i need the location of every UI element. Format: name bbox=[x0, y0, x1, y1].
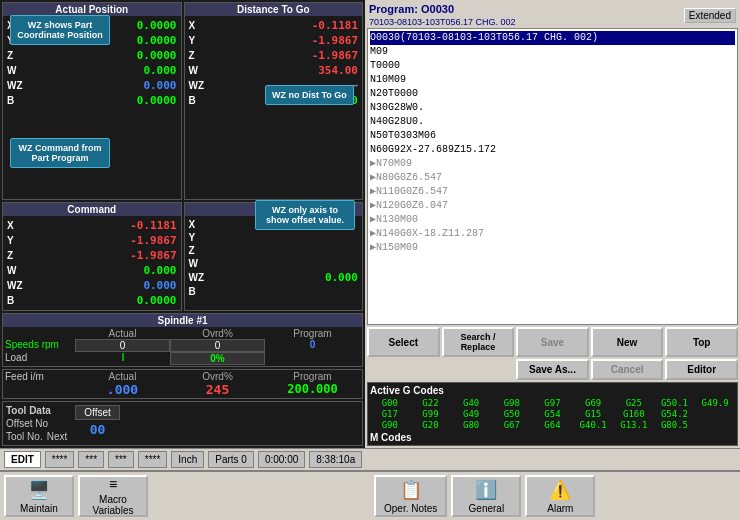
program-line-12[interactable]: ▶N120G0Z6.047 bbox=[370, 199, 735, 213]
axis-value: -1.9867 bbox=[209, 49, 359, 62]
axis-row-b-cmd: B 0.0000 bbox=[7, 293, 177, 308]
tool-next-label: Next bbox=[47, 431, 68, 442]
program-line-8[interactable]: N60G92X-27.689Z15.172 bbox=[370, 143, 735, 157]
macro-label: MacroVariables bbox=[93, 494, 134, 516]
axis-label: B bbox=[7, 295, 27, 306]
axis-row-z-actual: Z 0.0000 bbox=[7, 48, 177, 63]
alarm-label: Alarm bbox=[547, 503, 573, 514]
program-display[interactable]: O0030(70103-08103-103T056.17 CHG. 002) M… bbox=[367, 28, 738, 325]
axis-label: Y bbox=[189, 232, 209, 243]
axis-row-wz-offset: WZ 0.000 bbox=[189, 270, 359, 285]
save-button[interactable]: Save bbox=[516, 327, 589, 357]
gcode: G40 bbox=[451, 398, 491, 408]
tool-no-value: 00 bbox=[75, 422, 120, 437]
axis-row-wz-cmd: WZ 0.000 bbox=[7, 278, 177, 293]
callout-wz-shows-part: WZ shows Part Coordinate Position bbox=[10, 15, 110, 45]
feed-label: Feed i/m bbox=[5, 371, 75, 382]
axis-label: Z bbox=[189, 245, 209, 256]
empty-cell bbox=[367, 359, 440, 380]
program-title-area: Program: O0030 70103-08103-103T056.17 CH… bbox=[369, 3, 516, 27]
spindle-speeds-actual: 0 bbox=[75, 339, 170, 352]
program-line-11[interactable]: ▶N110G0Z6.547 bbox=[370, 185, 735, 199]
axis-label: B bbox=[189, 286, 209, 297]
program-line-15[interactable]: ▶N150M09 bbox=[370, 241, 735, 255]
axis-value: 0.000 bbox=[209, 271, 359, 284]
status-edit[interactable]: EDIT bbox=[4, 451, 41, 468]
status-item-1[interactable]: **** bbox=[45, 451, 75, 468]
gcode: G98 bbox=[492, 398, 532, 408]
callout-wz-command: WZ Command from Part Program bbox=[10, 138, 110, 168]
gcode: G50 bbox=[492, 409, 532, 419]
select-button[interactable]: Select bbox=[367, 327, 440, 357]
status-parts[interactable]: Parts 0 bbox=[208, 451, 254, 468]
macro-variables-button[interactable]: ≡ MacroVariables bbox=[78, 475, 148, 517]
program-line-10[interactable]: ▶N80G0Z6.547 bbox=[370, 171, 735, 185]
top-button[interactable]: Top bbox=[665, 327, 738, 357]
axis-label: Z bbox=[7, 250, 27, 261]
program-line-14[interactable]: ▶N140G0X-18.Z11.287 bbox=[370, 227, 735, 241]
search-replace-button[interactable]: Search /Replace bbox=[442, 327, 515, 357]
callout-wz-only-axis: WZ only axis to show offset value. bbox=[255, 200, 355, 230]
program-line-13[interactable]: ▶N130M00 bbox=[370, 213, 735, 227]
general-icon: ℹ️ bbox=[475, 479, 497, 501]
gcode: G13.1 bbox=[614, 420, 654, 430]
axis-row-x-dtg: X -0.1181 bbox=[189, 18, 359, 33]
feed-actual: .000 bbox=[75, 382, 170, 397]
axis-value: 0.0000 bbox=[27, 49, 177, 62]
alarm-button[interactable]: ⚠️ Alarm bbox=[525, 475, 595, 517]
program-line-0[interactable]: O0030(70103-08103-103T056.17 CHG. 002) bbox=[370, 31, 735, 45]
status-item-2[interactable]: *** bbox=[78, 451, 104, 468]
gcode: G99 bbox=[411, 409, 451, 419]
program-line-7[interactable]: N50T0303M06 bbox=[370, 129, 735, 143]
axis-label: B bbox=[189, 95, 209, 106]
extended-button[interactable]: Extended bbox=[684, 8, 736, 23]
maintain-label: Maintain bbox=[20, 503, 58, 514]
axis-value: -0.1181 bbox=[27, 219, 177, 232]
gcode: G49 bbox=[451, 409, 491, 419]
feed-section: Feed i/m Actual Ovrd% Program .000 245 2… bbox=[2, 369, 363, 399]
action-buttons: Select Search /Replace Save New Top Save… bbox=[367, 327, 738, 380]
axis-row-z-dtg: Z -1.9867 bbox=[189, 48, 359, 63]
macro-icon: ≡ bbox=[109, 476, 117, 492]
spindle-speeds-program: 0 bbox=[265, 339, 360, 352]
tool-data-left: Tool Data Offset No Tool No. Next bbox=[6, 405, 67, 442]
gcode: G00 bbox=[370, 398, 410, 408]
axis-value: -0.1181 bbox=[209, 19, 359, 32]
program-line-4[interactable]: N20T0000 bbox=[370, 87, 735, 101]
editor-button[interactable]: Editor bbox=[665, 359, 738, 380]
program-line-1[interactable]: M09 bbox=[370, 45, 735, 59]
status-item-3[interactable]: *** bbox=[108, 451, 134, 468]
axis-value: 0.000 bbox=[27, 64, 177, 77]
axis-row-z-cmd: Z -1.9867 bbox=[7, 248, 177, 263]
oper-notes-button[interactable]: 📋 Oper. Notes bbox=[374, 475, 447, 517]
status-time: 8:38:10a bbox=[309, 451, 362, 468]
content-area: Actual Position X 0.0000 Y 0.0000 Z 0.00 bbox=[0, 0, 740, 448]
axis-row-y-cmd: Y -1.9867 bbox=[7, 233, 177, 248]
save-as-button[interactable]: Save As... bbox=[516, 359, 589, 380]
axis-label: X bbox=[189, 219, 209, 230]
gcode: G69 bbox=[573, 398, 613, 408]
gcode: G80 bbox=[451, 420, 491, 430]
axis-label: W bbox=[7, 65, 27, 76]
cancel-button[interactable]: Cancel bbox=[591, 359, 664, 380]
program-line-5[interactable]: N30G28W0. bbox=[370, 101, 735, 115]
spindle-load-ovrd: 0% bbox=[170, 352, 265, 365]
offset-btn[interactable]: Offset bbox=[75, 405, 120, 420]
status-item-4[interactable]: **** bbox=[138, 451, 168, 468]
axis-value: 0.000 bbox=[27, 279, 177, 292]
axis-label: W bbox=[189, 65, 209, 76]
axis-row-b-offset: B bbox=[189, 285, 359, 298]
program-line-3[interactable]: N10M09 bbox=[370, 73, 735, 87]
offset-no-label: Offset No bbox=[6, 418, 48, 429]
gcodes-section: Active G Codes G00 G22 G40 G98 G97 G69 G… bbox=[367, 382, 738, 446]
general-button[interactable]: ℹ️ General bbox=[451, 475, 521, 517]
feed-empty bbox=[5, 382, 75, 397]
axis-row-wz-actual: WZ 0.000 bbox=[7, 78, 177, 93]
program-line-6[interactable]: N40G28U0. bbox=[370, 115, 735, 129]
new-button[interactable]: New bbox=[591, 327, 664, 357]
axis-label: W bbox=[189, 258, 209, 269]
program-line-2[interactable]: T0000 bbox=[370, 59, 735, 73]
maintain-button[interactable]: 🖥️ Maintain bbox=[4, 475, 74, 517]
status-inch[interactable]: Inch bbox=[171, 451, 204, 468]
program-line-9[interactable]: ▶N70M09 bbox=[370, 157, 735, 171]
